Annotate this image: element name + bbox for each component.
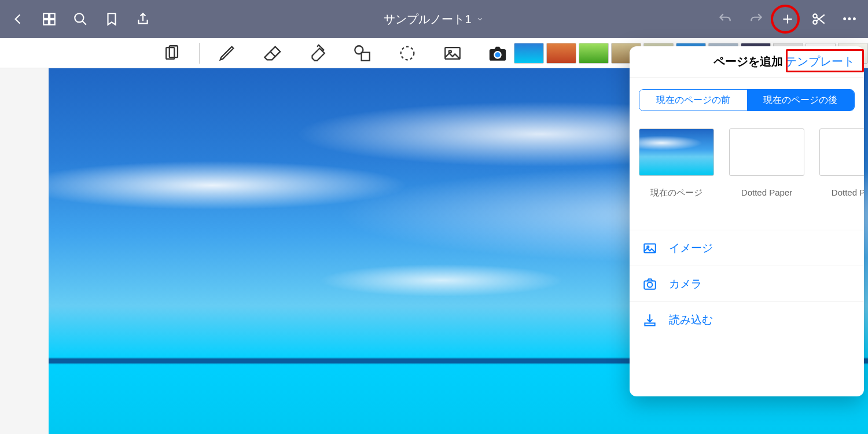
shapes-tool[interactable] [352,43,372,63]
page-thumb-green[interactable] [579,43,609,64]
camera-tool[interactable] [488,43,507,63]
share-icon[interactable] [135,12,150,27]
lasso-tool[interactable] [398,43,417,63]
source-options: イメージカメラ読み込む [630,230,864,338]
template-label: Dotted Paper [819,187,864,197]
scissors-icon[interactable] [811,12,826,27]
template-thumb-blank-icon [729,128,804,176]
template-thumb-blank-icon [819,128,864,176]
template-card[interactable]: Dotted Paper [729,128,804,198]
image-icon [642,241,657,256]
svg-rect-2 [43,20,49,25]
image-tool[interactable] [443,43,462,63]
highlighter-tool[interactable] [307,43,327,63]
template-label: 現在のページ [639,187,714,198]
svg-rect-10 [362,52,370,60]
option-label: カメラ [669,277,702,292]
page-thumb-sky[interactable] [514,43,544,64]
svg-point-15 [494,52,501,58]
undo-icon[interactable] [718,12,733,27]
template-cards: 現在のページDotted PaperDotted Paper [630,111,864,198]
template-card[interactable]: Dotted Paper [819,128,864,198]
more-icon[interactable] [843,12,858,27]
import-icon [642,312,657,328]
option-label: 読み込む [669,312,713,328]
eraser-tool[interactable] [262,43,282,63]
svg-rect-3 [50,20,55,25]
chevron-down-icon [476,15,484,23]
grid-icon[interactable] [42,12,57,27]
template-card[interactable]: 現在のページ [639,128,714,198]
back-icon[interactable] [10,12,25,27]
page-rotate-tool[interactable] [162,43,182,63]
camera-icon [642,277,657,292]
page-thumb-autumn[interactable] [546,43,576,64]
svg-rect-0 [43,13,49,19]
popup-title: ページを追加 [713,54,783,69]
svg-rect-21 [645,323,654,325]
svg-point-20 [648,282,653,287]
seg-after[interactable]: 現在のページの後 [747,90,855,111]
add-page-popup: ページを追加 テンプレート 現在のページの前 現在のページの後 現在のページDo… [630,46,864,396]
search-icon[interactable] [73,12,88,27]
seg-before[interactable]: 現在のページの前 [639,90,747,111]
insert-position-segmented: 現在のページの前 現在のページの後 [639,89,855,111]
navbar: サンプルノート1 [0,0,868,38]
bookmark-icon[interactable] [104,12,119,27]
document-title[interactable]: サンプルノート1 [384,12,484,27]
highlight-plus-circle [771,5,800,34]
svg-point-4 [75,13,83,22]
separator [199,43,200,64]
option-label: イメージ [669,241,713,256]
svg-rect-1 [50,13,55,19]
option-camera[interactable]: カメラ [630,266,864,302]
svg-point-5 [813,14,817,17]
svg-point-6 [813,20,817,24]
svg-point-11 [401,46,414,60]
option-image[interactable]: イメージ [630,230,864,266]
pen-tool[interactable] [217,43,237,63]
redo-icon[interactable] [749,12,764,27]
template-label: Dotted Paper [729,187,804,197]
template-thumb-sky-icon [639,128,714,176]
title-text: サンプルノート1 [384,12,471,27]
highlight-template-box [786,49,864,72]
option-import[interactable]: 読み込む [630,302,864,338]
